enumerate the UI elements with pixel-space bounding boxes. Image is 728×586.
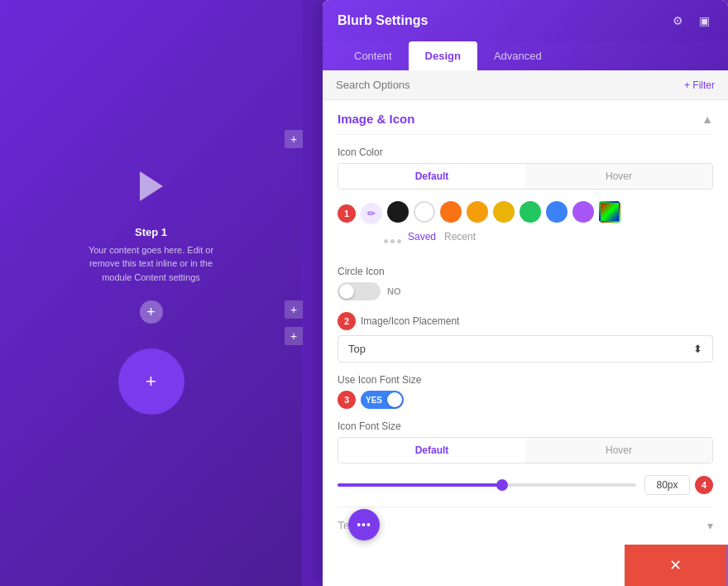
cancel-button[interactable]: ✕ — [625, 545, 726, 586]
step-text: Your content goes here. Edit or remove t… — [77, 243, 226, 285]
badge-1: 1 — [338, 204, 356, 223]
circle-icon-toggle[interactable] — [338, 282, 381, 300]
header-icons: ⚙ ▣ — [668, 12, 713, 30]
edge-add-middle[interactable]: + — [285, 300, 303, 319]
text-section: Text ▾ — [338, 507, 713, 529]
badge-4: 4 — [695, 476, 713, 494]
step-label: Step 1 — [135, 226, 167, 238]
section-collapse-icon[interactable]: ▲ — [702, 113, 713, 126]
bottom-toolbar: ✕ ↺ ↻ ✓ ✕ — [625, 545, 728, 586]
placement-chevron: ⬍ — [693, 343, 702, 355]
circle-icon-field: Circle Icon NO — [338, 266, 713, 300]
circle-module[interactable]: + — [118, 348, 184, 415]
floating-menu-button[interactable]: ••• — [348, 509, 380, 540]
tab-design[interactable]: Design — [409, 41, 477, 70]
icon-color-field: Icon Color Default Hover 1 ✏ — [338, 146, 713, 254]
color-amber[interactable] — [467, 201, 488, 223]
toggle-thumb — [339, 284, 354, 299]
slider-thumb[interactable] — [496, 479, 508, 491]
default-hover-tabs: Default Hover — [338, 163, 713, 190]
dots-row — [384, 239, 401, 243]
badge-2: 2 — [338, 312, 356, 330]
edge-add-bottom[interactable]: + — [285, 327, 303, 345]
placement-label: Image/Icon Placement — [361, 315, 459, 327]
placement-select[interactable]: Top ⬍ — [338, 335, 713, 363]
placement-value: Top — [348, 343, 366, 355]
tabs-bar: Content Design Advanced — [323, 41, 728, 70]
slider-track[interactable] — [338, 483, 636, 487]
tab-advanced[interactable]: Advanced — [477, 41, 558, 70]
color-swatches — [387, 201, 620, 223]
circle-icon-value: NO — [387, 286, 401, 296]
saved-tab[interactable]: Saved — [408, 231, 436, 243]
color-yellow[interactable] — [493, 201, 515, 223]
slider-fill — [338, 483, 502, 487]
badge-3: 3 — [338, 391, 356, 409]
recent-tab[interactable]: Recent — [444, 231, 476, 243]
dot-1 — [384, 239, 388, 243]
dots-icon: ••• — [357, 518, 371, 531]
circle-plus-icon: + — [146, 371, 156, 392]
add-module-button[interactable]: + — [140, 300, 163, 324]
color-purple[interactable] — [572, 201, 594, 223]
edge-add-top[interactable]: + — [285, 130, 303, 148]
section-title: Image & Icon — [338, 112, 414, 126]
toggle-yes-label: YES — [366, 396, 382, 405]
color-black[interactable] — [387, 201, 409, 223]
icon-color-label: Icon Color — [338, 146, 713, 158]
search-bar: + Filter — [323, 70, 728, 100]
search-input[interactable] — [336, 79, 684, 91]
cancel-icon: ✕ — [669, 556, 682, 574]
placement-field: 2 Image/Icon Placement Top ⬍ — [338, 312, 713, 363]
color-gradient[interactable] — [599, 201, 620, 223]
tab-content[interactable]: Content — [338, 41, 409, 70]
saved-recent-tabs: Saved Recent — [408, 231, 476, 243]
panel-title: Blurb Settings — [338, 13, 428, 28]
dot-2 — [390, 239, 395, 243]
circle-icon-label: Circle Icon — [338, 266, 713, 277]
canvas-area: Step 1 Your content goes here. Edit or r… — [0, 0, 302, 586]
font-size-toggle[interactable]: YES — [361, 391, 404, 409]
tab-default[interactable]: Default — [338, 164, 525, 189]
toggle-thumb-on — [387, 392, 402, 407]
settings-panel: Blurb Settings ⚙ ▣ Content Design Advanc… — [323, 0, 728, 586]
color-green[interactable] — [520, 201, 541, 223]
panel-content: Image & Icon ▲ Icon Color Default Hover … — [323, 100, 728, 529]
dot-3 — [397, 239, 401, 243]
settings-icon[interactable]: ⚙ — [668, 12, 687, 30]
use-font-size-label: Use Icon Font Size — [338, 374, 713, 386]
filter-button[interactable]: + Filter — [684, 79, 715, 91]
color-blue[interactable] — [546, 201, 568, 223]
font-size-tab-row: Default Hover — [338, 437, 713, 464]
use-font-size-field: Use Icon Font Size 3 YES — [338, 374, 713, 409]
icon-font-size-label: Icon Font Size — [338, 420, 713, 432]
font-size-default-tab[interactable]: Default — [338, 438, 525, 463]
color-picker-button[interactable]: ✏ — [361, 203, 382, 224]
slider-value[interactable]: 80px — [644, 475, 690, 495]
font-size-field: Icon Font Size Default Hover 80px 4 — [338, 420, 713, 495]
image-icon-section-header: Image & Icon ▲ — [338, 100, 713, 135]
tab-hover[interactable]: Hover — [525, 164, 712, 189]
color-white[interactable] — [414, 201, 435, 223]
slider-row: 80px 4 — [338, 475, 713, 495]
text-section-chevron[interactable]: ▾ — [707, 519, 713, 529]
color-orange[interactable] — [440, 201, 462, 223]
play-icon — [140, 171, 163, 201]
panel-header: Blurb Settings ⚙ ▣ — [323, 0, 728, 41]
layout-icon[interactable]: ▣ — [695, 12, 713, 30]
font-size-hover-tab[interactable]: Hover — [525, 438, 712, 463]
